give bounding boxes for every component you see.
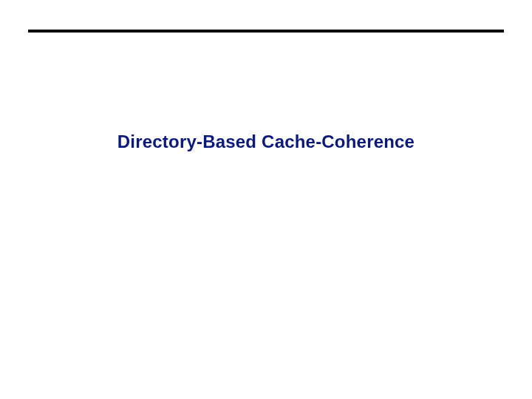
slide-container: Directory-Based Cache-Coherence [0,0,532,399]
top-divider [28,30,504,33]
slide-title: Directory-Based Cache-Coherence [0,132,532,152]
